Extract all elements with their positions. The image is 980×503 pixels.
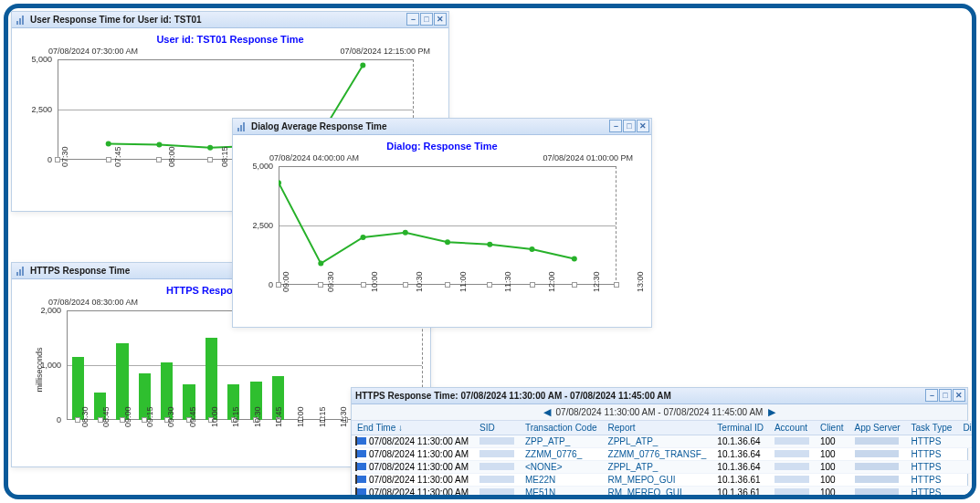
cell-end-time: 07/08/2024 11:30:00 AM: [369, 449, 469, 459]
minimize-button[interactable]: －: [406, 13, 419, 26]
cell-dsc: 7: [957, 448, 976, 461]
close-button[interactable]: ✕: [637, 120, 649, 132]
minimize-button[interactable]: －: [609, 120, 622, 132]
cell-report[interactable]: RM_MEPO_GUI: [603, 474, 712, 487]
chart-icon: [16, 15, 26, 26]
x-tick-label: 07:45: [113, 146, 122, 167]
cell-end-time: 07/08/2024 11:30:00 AM: [369, 462, 469, 472]
https-detail-table-panel: HTTPS Response Time: 07/08/2024 11:30:00…: [351, 387, 968, 499]
acct-bar: [775, 437, 809, 445]
svg-rect-9: [16, 272, 18, 276]
maximize-button[interactable]: □: [623, 120, 636, 132]
table-row[interactable]: 07/08/2024 11:30:00 AM <NONE> ZPPL_ATP_ …: [352, 461, 976, 474]
x-tick-label: 09:00: [123, 406, 132, 427]
col-header[interactable]: Account: [769, 421, 815, 435]
time-range-label: 07/08/2024 11:30:00 AM - 07/08/2024 11:4…: [556, 407, 764, 417]
acct-bar: [775, 488, 809, 496]
cell-report[interactable]: ZPPL_ATP_: [603, 461, 712, 474]
sid-bar: [479, 437, 514, 445]
chart-end-time: 07/08/2024 12:15:00 PM: [340, 47, 430, 56]
close-button[interactable]: ✕: [953, 389, 965, 402]
cell-terminal: 10.1.36.64: [711, 448, 769, 461]
cell-task[interactable]: HTTPS: [906, 474, 958, 487]
chart-start-time: 07/08/2024 04:00:00 AM: [269, 153, 359, 162]
time-range-nav: ◀ 07/08/2024 11:30:00 AM - 07/08/2024 11…: [352, 404, 967, 421]
table-row[interactable]: 07/08/2024 11:30:00 AM ME51N RM_MEREQ_GU…: [352, 487, 976, 499]
col-header[interactable]: Transaction Code: [520, 421, 603, 435]
chart-icon: [16, 266, 26, 277]
svg-rect-1: [19, 18, 21, 25]
https-detail-table: End Time ↓SIDTransaction CodeReportTermi…: [352, 421, 976, 499]
x-tick-label: 08:15: [220, 146, 229, 167]
x-tick-label: 10:00: [210, 406, 219, 427]
cell-dsc: 1: [957, 487, 976, 499]
flag-icon: [357, 476, 366, 483]
chart-start-time: 07/08/2024 07:30:00 AM: [48, 47, 138, 56]
col-header[interactable]: End Time ↓: [352, 421, 474, 435]
x-tick-label: 12:30: [592, 271, 601, 292]
cell-task[interactable]: HTTPS: [906, 435, 958, 448]
sid-bar: [479, 463, 514, 470]
cell-end-time: 07/08/2024 11:30:00 AM: [369, 487, 469, 498]
svg-point-17: [361, 235, 366, 240]
x-tick-label: 09:00: [281, 271, 290, 292]
x-tick-label: 09:30: [326, 271, 335, 292]
cell-txn[interactable]: ZPP_ATP_: [520, 435, 603, 448]
maximize-button[interactable]: □: [939, 389, 952, 402]
table-row[interactable]: 07/08/2024 11:30:00 AM ME22N RM_MEPO_GUI…: [352, 474, 976, 487]
svg-rect-14: [243, 122, 245, 131]
cell-report[interactable]: RM_MEREQ_GUI: [603, 487, 712, 499]
sid-bar: [479, 488, 514, 496]
svg-rect-12: [237, 128, 239, 131]
svg-rect-13: [240, 125, 242, 131]
cell-terminal: 10.1.36.61: [711, 474, 769, 487]
svg-point-18: [403, 230, 408, 236]
sort-desc-icon: ↓: [398, 423, 403, 433]
maximize-button[interactable]: □: [420, 13, 433, 26]
col-header[interactable]: Terminal ID: [711, 421, 769, 435]
panel-title: HTTPS Response Time: 07/08/2024 11:30:00…: [355, 391, 671, 401]
cell-report[interactable]: ZPPL_ATP_: [603, 435, 712, 448]
x-tick-label: 10:30: [253, 406, 262, 427]
chart-end-time: 07/08/2024 01:00:00 PM: [543, 153, 633, 162]
cell-client: 100: [815, 461, 849, 474]
col-header[interactable]: App Server: [849, 421, 906, 435]
cell-terminal: 10.1.36.64: [711, 461, 769, 474]
cell-task[interactable]: HTTPS: [906, 448, 958, 461]
x-tick-label: 07:30: [60, 146, 69, 167]
table-panel-header: HTTPS Response Time: 07/08/2024 11:30:00…: [352, 388, 967, 404]
x-tick-label: 09:30: [166, 406, 175, 427]
next-range-button[interactable]: ▶: [768, 406, 775, 418]
cell-task[interactable]: HTTPS: [906, 461, 958, 474]
minimize-button[interactable]: －: [925, 389, 938, 402]
x-tick-label: 13:00: [636, 271, 645, 292]
cell-report[interactable]: ZZMM_0776_TRANSF_: [603, 448, 712, 461]
close-button[interactable]: ✕: [434, 13, 447, 26]
cell-txn[interactable]: <NONE>: [520, 461, 603, 474]
col-header[interactable]: Task Type: [906, 421, 958, 435]
cell-client: 100: [815, 435, 849, 448]
svg-point-20: [487, 242, 492, 247]
svg-rect-2: [22, 16, 24, 25]
table-row[interactable]: 07/08/2024 11:30:00 AM ZZMM_0776_ ZZMM_0…: [352, 448, 976, 461]
cell-txn[interactable]: ME51N: [520, 487, 603, 499]
col-header[interactable]: Report: [603, 421, 712, 435]
cell-task[interactable]: HTTPS: [906, 487, 958, 499]
panel-title: Dialog Average Response Time: [251, 121, 387, 131]
x-tick-label: 08:45: [101, 406, 111, 427]
col-header[interactable]: Client: [815, 421, 849, 435]
col-header[interactable]: Dialog Step Count: [957, 421, 976, 435]
chart-area[interactable]: 02,5005,000: [279, 166, 616, 285]
x-tick-label: 12:00: [547, 271, 556, 292]
col-header[interactable]: SID: [474, 421, 520, 435]
cell-end-time: 07/08/2024 11:30:00 AM: [369, 436, 469, 446]
x-tick-label: 09:15: [145, 406, 154, 427]
svg-point-4: [156, 142, 162, 148]
table-row[interactable]: 07/08/2024 11:30:00 AM ZPP_ATP_ ZPPL_ATP…: [352, 435, 976, 448]
cell-txn[interactable]: ME22N: [520, 474, 603, 487]
app-bar: [855, 463, 899, 470]
user-panel-header: User Response Time for User id: TST01 － …: [12, 12, 448, 28]
prev-range-button[interactable]: ◀: [543, 406, 551, 418]
flag-icon: [357, 437, 366, 445]
cell-txn[interactable]: ZZMM_0776_: [520, 448, 603, 461]
